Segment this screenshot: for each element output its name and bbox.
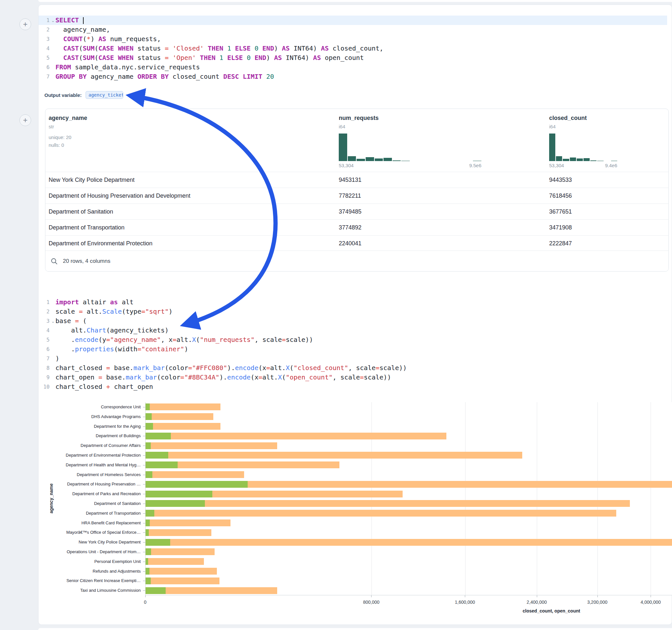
code-line[interactable]: 1import altair as alt bbox=[39, 297, 667, 307]
code-text: COUNT(*) AS num_requests, bbox=[55, 34, 161, 44]
code-token: "closed_count" bbox=[294, 364, 349, 372]
code-token: chart_open bbox=[110, 383, 153, 390]
line-number: 1 bbox=[39, 297, 55, 307]
table-cell: 3749485 bbox=[339, 204, 361, 219]
code-token: ) bbox=[184, 345, 188, 353]
y-axis-label: Department of Health and Mental Hyg… bbox=[42, 460, 141, 470]
code-token bbox=[204, 44, 208, 52]
code-token bbox=[231, 44, 235, 52]
python-cell-editor[interactable]: 1import altair as alt2scale = alt.Scale(… bbox=[39, 297, 667, 391]
line-number: 9 bbox=[39, 373, 55, 382]
bar-open-count bbox=[146, 500, 205, 507]
code-token: AS bbox=[321, 44, 329, 52]
code-token: CASE bbox=[98, 54, 114, 62]
code-token: agency_name, bbox=[55, 26, 110, 33]
code-line[interactable]: 4 alt.Chart(agency_tickets) bbox=[39, 326, 667, 335]
gridline bbox=[537, 402, 537, 595]
code-token: = bbox=[165, 44, 169, 52]
search-icon[interactable] bbox=[51, 258, 58, 265]
y-axis-label: Department of Environmental Protection bbox=[42, 451, 141, 460]
code-line[interactable]: 10chart_closed + chart_open bbox=[39, 382, 667, 391]
column-header-closed_count[interactable]: closed_counti6453,3049.4e6 bbox=[549, 109, 617, 168]
line-number-text: 3 bbox=[46, 36, 50, 42]
table-cell: Department of Environmental Protection bbox=[49, 236, 152, 251]
code-line[interactable]: 4 CAST(SUM(CASE WHEN status = 'Closed' T… bbox=[39, 44, 667, 53]
code-token: "agency_name" bbox=[110, 336, 161, 343]
bar-open-count bbox=[146, 471, 152, 478]
code-token bbox=[55, 35, 63, 43]
code-token: , x bbox=[161, 336, 172, 343]
code-line[interactable]: 6 .properties(width="container") bbox=[39, 344, 667, 354]
code-line[interactable]: 2scale = alt.Scale(type="sqrt") bbox=[39, 307, 667, 316]
bar-open-count bbox=[146, 452, 168, 459]
line-number: 2 bbox=[39, 25, 55, 34]
add-cell-button[interactable]: + bbox=[20, 19, 31, 30]
code-line[interactable]: 2 agency_name, bbox=[39, 25, 667, 34]
table-row[interactable]: New York City Police Department945313194… bbox=[45, 172, 668, 188]
column-type: i64 bbox=[339, 124, 481, 129]
bar-open-count bbox=[146, 461, 178, 468]
code-line[interactable]: 5 .encode(y="agency_name", x=alt.X("num_… bbox=[39, 335, 667, 344]
code-token: = bbox=[75, 317, 79, 325]
code-text: CAST(SUM(CASE WHEN status = 'Open' THEN … bbox=[55, 53, 364, 63]
x-axis-tick-label: 800,000 bbox=[363, 600, 380, 605]
code-line[interactable]: 9chart_open = base.mark_bar(color="#8BC3… bbox=[39, 373, 667, 382]
column-meta-line: unique: 20 bbox=[49, 135, 87, 140]
code-token: base. bbox=[110, 364, 134, 372]
code-token: "#8BC34A" bbox=[184, 373, 219, 381]
y-axis-label: Department of Housing Preservation … bbox=[42, 479, 141, 489]
table-cell: 9443533 bbox=[549, 172, 572, 188]
bar-closed-count bbox=[146, 413, 213, 420]
column-header-agency_name[interactable]: agency_namestrunique: 20nulls: 0 bbox=[49, 109, 87, 148]
code-line[interactable]: 1⌄SELECT bbox=[39, 16, 667, 25]
bar-open-count bbox=[146, 442, 151, 449]
x-axis-tick bbox=[371, 595, 371, 597]
column-header-num_requests[interactable]: num_requestsi6453,3049.5e6 bbox=[339, 109, 481, 168]
code-token: scale)) bbox=[364, 373, 391, 381]
code-line[interactable]: 5 CAST(SUM(CASE WHEN status = 'Open' THE… bbox=[39, 53, 667, 63]
table-cell: Department of Transportation bbox=[49, 220, 124, 235]
column-histogram bbox=[339, 134, 481, 161]
gridline bbox=[371, 402, 372, 595]
code-token: agency_name bbox=[87, 73, 138, 80]
fold-caret-icon[interactable]: ⌄ bbox=[51, 16, 55, 25]
code-token: alt. bbox=[176, 336, 192, 343]
table-row[interactable]: Department of Housing Preservation and D… bbox=[45, 188, 668, 203]
table-row[interactable]: Department of Sanitation37494853677651 bbox=[45, 203, 668, 219]
y-axis-label: Department of Sanitation bbox=[42, 499, 141, 508]
table-row[interactable]: Department of Environmental Protection22… bbox=[45, 235, 668, 251]
table-row[interactable]: Department of Transportation377489234719… bbox=[45, 219, 668, 235]
code-line[interactable]: 7) bbox=[39, 354, 667, 363]
sql-cell-editor[interactable]: 1⌄SELECT 2 agency_name,3 COUNT(*) AS num… bbox=[39, 16, 667, 81]
code-line[interactable]: 7GROUP BY agency_name ORDER BY closed_co… bbox=[39, 72, 667, 81]
code-line[interactable]: 6FROM sample_data.nyc.service_requests bbox=[39, 63, 667, 72]
code-token: = bbox=[360, 373, 364, 381]
line-number-text: 1 bbox=[46, 299, 50, 305]
add-cell-button[interactable]: + bbox=[20, 114, 31, 126]
fold-caret-icon[interactable]: ⌄ bbox=[51, 317, 55, 326]
code-token bbox=[250, 44, 255, 52]
y-axis-tick bbox=[143, 562, 145, 562]
code-token: ELSE bbox=[235, 44, 250, 52]
y-axis-tick bbox=[143, 417, 145, 417]
code-token: 'Open' bbox=[172, 54, 196, 62]
code-token bbox=[250, 54, 255, 62]
code-token: closed_count, bbox=[329, 44, 383, 52]
code-line[interactable]: 8chart_closed = base.mark_bar(color="#FF… bbox=[39, 363, 667, 373]
code-line[interactable]: 3⌄base = ( bbox=[39, 316, 667, 326]
table-cell: 2222847 bbox=[549, 236, 572, 251]
table-cell: 7618456 bbox=[549, 188, 572, 203]
code-token: import bbox=[55, 298, 79, 306]
line-number: 3 bbox=[39, 34, 55, 44]
line-number: 8 bbox=[39, 363, 55, 373]
code-token: 0 bbox=[255, 44, 258, 52]
bar-closed-count bbox=[146, 452, 522, 459]
code-line[interactable]: 3 COUNT(*) AS num_requests, bbox=[39, 34, 667, 44]
line-number-text: 2 bbox=[46, 309, 50, 315]
column-name: closed_count bbox=[549, 115, 617, 122]
bar-closed-count bbox=[146, 442, 277, 449]
output-variable-pill[interactable]: agency_tickets bbox=[86, 91, 123, 99]
x-axis-tick bbox=[597, 595, 598, 597]
code-token: END bbox=[255, 54, 266, 62]
code-token: X bbox=[286, 364, 290, 372]
